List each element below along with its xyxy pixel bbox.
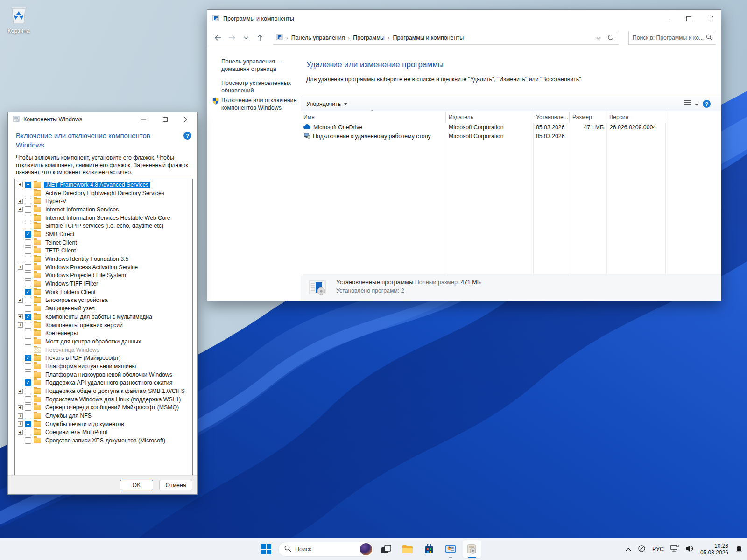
checkbox[interactable] — [25, 396, 31, 403]
column-header-publisher[interactable]: Издатель — [446, 112, 533, 123]
expander-icon[interactable] — [18, 182, 23, 187]
tree-item[interactable]: TFTP Client — [15, 247, 192, 255]
tree-item[interactable]: Telnet Client — [15, 238, 192, 247]
address-dropdown-icon[interactable] — [596, 35, 601, 41]
expander-icon[interactable] — [18, 298, 23, 303]
sidebar-item-view-installed-updates[interactable]: Просмотр установленных обновлений — [221, 79, 298, 94]
tree-item[interactable]: SMB Direct — [15, 230, 192, 238]
tree-item[interactable]: Платформа низкоуровневой оболочки Window… — [15, 371, 192, 379]
programs-and-features-button[interactable] — [463, 540, 481, 559]
checkbox[interactable] — [25, 289, 31, 295]
checkbox[interactable] — [25, 404, 31, 411]
tray-chevron-icon[interactable] — [626, 546, 631, 553]
tree-item[interactable]: Windows Identity Foundation 3.5 — [15, 255, 192, 263]
checkbox[interactable] — [25, 272, 31, 279]
back-button[interactable] — [211, 31, 225, 45]
window-title-bar[interactable]: Программы и компоненты — [207, 10, 721, 28]
tree-item[interactable]: Службы для NFS — [15, 412, 192, 420]
maximize-button[interactable] — [155, 112, 176, 126]
breadcrumb-programs-and-features[interactable]: Программы и компоненты — [393, 35, 464, 41]
search-highlight-image[interactable] — [360, 543, 372, 555]
search-box[interactable] — [628, 31, 716, 45]
tree-item[interactable]: Work Folders Client — [15, 288, 192, 296]
checkbox[interactable] — [25, 413, 31, 419]
checkbox[interactable] — [25, 231, 31, 238]
control-panel-button[interactable] — [441, 540, 460, 559]
tree-item[interactable]: Мост для центра обработки данных — [15, 337, 192, 346]
tree-item[interactable]: Active Directory Lightweight Directory S… — [15, 189, 192, 197]
checkbox[interactable] — [25, 215, 31, 221]
expander-icon[interactable] — [18, 389, 23, 394]
checkbox[interactable] — [25, 280, 31, 287]
minimize-button[interactable] — [656, 10, 678, 28]
tree-item[interactable]: Сервер очереди сообщений Майкрософт (MSM… — [15, 404, 192, 412]
expander-icon[interactable] — [18, 405, 23, 410]
tree-item[interactable]: Песочница Windows — [15, 346, 192, 354]
tree-item[interactable]: Windows Projected File System — [15, 272, 192, 280]
breadcrumb-programs[interactable]: Программы — [353, 35, 385, 41]
column-header-size[interactable]: Размер — [570, 112, 606, 123]
checkbox[interactable] — [25, 379, 31, 386]
checkbox[interactable] — [25, 297, 31, 303]
expander-icon[interactable] — [18, 430, 23, 435]
microsoft-store-button[interactable] — [420, 540, 438, 559]
recycle-bin[interactable]: Корзина — [4, 4, 34, 34]
tree-item[interactable]: Internet Information Services Hostable W… — [15, 214, 192, 222]
checkbox[interactable] — [25, 223, 31, 229]
checkbox[interactable] — [25, 371, 31, 378]
ok-button[interactable]: OK — [120, 480, 153, 490]
tree-item[interactable]: Блокировка устройства — [15, 296, 192, 305]
organize-button[interactable]: Упорядочить — [306, 101, 348, 107]
expander-icon[interactable] — [18, 322, 23, 328]
view-dropdown-icon[interactable] — [695, 101, 699, 107]
table-row[interactable]: Microsoft OneDriveMicrosoft Corporation0… — [301, 123, 721, 132]
checkbox[interactable] — [25, 429, 31, 435]
checkbox[interactable] — [25, 239, 31, 246]
tree-item[interactable]: Hyper-V — [15, 197, 192, 205]
sidebar-item-turn-windows-features[interactable]: Включение или отключение компонентов Win… — [221, 97, 298, 112]
close-button[interactable] — [176, 112, 197, 126]
tree-item[interactable]: Поддержка общего доступа к файлам SMB 1.… — [15, 387, 192, 395]
checkbox[interactable] — [25, 355, 31, 361]
tree-item[interactable]: Windows Process Activation Service — [15, 263, 192, 272]
tree-item[interactable]: Печать в PDF (Майкрософт) — [15, 354, 192, 362]
expander-icon[interactable] — [18, 199, 23, 204]
close-button[interactable] — [699, 10, 721, 28]
help-icon[interactable]: ? — [183, 132, 191, 140]
tree-item[interactable]: Подсистема Windows для Linux (поддержка … — [15, 395, 192, 404]
expander-icon[interactable] — [18, 207, 23, 212]
checkbox[interactable] — [25, 256, 31, 262]
checkbox[interactable] — [25, 421, 31, 427]
checkbox[interactable] — [25, 363, 31, 370]
column-header-version[interactable]: Версия — [606, 112, 665, 123]
tree-item[interactable]: Защищенный узел — [15, 304, 192, 313]
taskbar-search[interactable]: Поиск — [278, 542, 374, 557]
checkbox[interactable] — [25, 190, 31, 196]
refresh-icon[interactable] — [607, 34, 614, 42]
checkbox[interactable] — [25, 322, 31, 329]
breadcrumb-control-panel[interactable]: Панель управления — [291, 35, 345, 41]
column-header-name[interactable]: Имя — [301, 112, 446, 123]
checkbox[interactable] — [25, 437, 31, 444]
volume-icon[interactable] — [686, 545, 694, 553]
tree-item[interactable]: .NET Framework 4.8 Advanced Services — [15, 181, 192, 189]
expander-icon[interactable] — [18, 265, 23, 270]
sidebar-item-control-panel-home[interactable]: Панель управления — домашняя страница — [221, 58, 298, 73]
help-icon[interactable]: ? — [703, 100, 711, 108]
checkbox[interactable] — [25, 347, 31, 353]
task-view-button[interactable] — [377, 540, 395, 559]
address-bar[interactable]: › Панель управления › Программы › Програ… — [273, 31, 619, 45]
up-button[interactable] — [253, 31, 267, 45]
tree-item[interactable]: Соединитель MultiPoint — [15, 428, 192, 437]
network-icon[interactable] — [670, 545, 679, 554]
search-icon[interactable] — [706, 34, 712, 42]
checkbox[interactable] — [25, 182, 31, 188]
column-header-installed[interactable]: Установле... — [533, 112, 570, 123]
dialog-title-bar[interactable]: Компоненты Windows — [8, 112, 197, 126]
recent-locations-dropdown[interactable] — [239, 31, 253, 45]
checkbox[interactable] — [25, 206, 31, 213]
tree-item[interactable]: Компоненты для работы с мультимедиа — [15, 313, 192, 321]
checkbox[interactable] — [25, 247, 31, 254]
checkbox[interactable] — [25, 305, 31, 312]
forward-button[interactable] — [225, 31, 239, 45]
